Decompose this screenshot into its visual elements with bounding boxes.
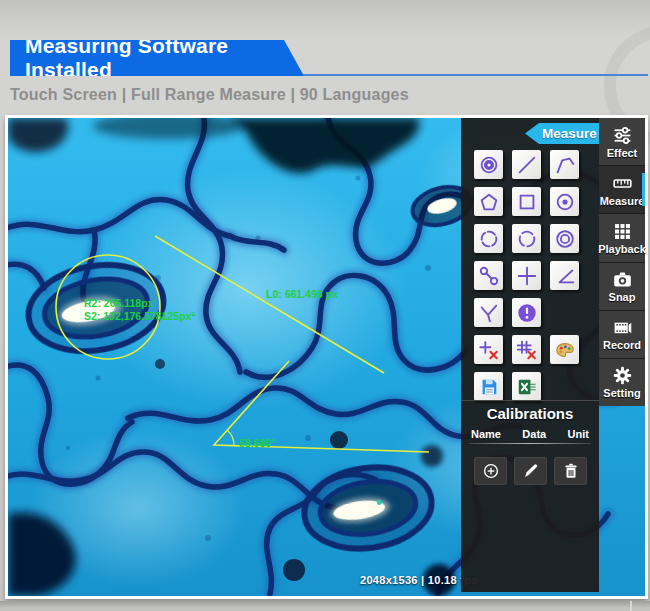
plus-circle-icon <box>482 462 500 480</box>
calibrations-section: Calibrations Name Data Unit <box>461 400 599 485</box>
point-icon <box>478 154 500 176</box>
nav-label-playback: Playback <box>598 243 646 255</box>
measure-tool-panel: Measure Calibrations Name Data Unit <box>461 118 599 592</box>
nav-label-setting: Setting <box>603 387 640 399</box>
nav-label-effect: Effect <box>607 147 638 159</box>
tool-line-button[interactable] <box>512 150 541 179</box>
concentric-circles-icon <box>554 228 576 250</box>
calibration-add-button[interactable] <box>474 457 507 485</box>
two-circles-icon <box>478 265 500 287</box>
nav-label-record: Record <box>603 339 641 351</box>
tool-point-button[interactable] <box>474 150 503 179</box>
film-icon <box>612 317 633 338</box>
grid-icon <box>612 221 633 242</box>
delete-point-icon <box>478 339 500 361</box>
calibrations-col-name: Name <box>471 428 501 440</box>
ruler-icon <box>612 173 633 194</box>
camera-icon <box>612 269 633 290</box>
tool-row <box>474 372 588 401</box>
cross-icon <box>516 265 538 287</box>
tool-row <box>474 298 588 327</box>
line-icon <box>516 154 538 176</box>
tool-row <box>474 224 588 253</box>
calibrations-divider <box>469 443 591 444</box>
measure-panel-tab[interactable]: Measure <box>525 123 599 144</box>
tool-delete-all-button[interactable] <box>512 335 541 364</box>
tool-angle-button[interactable] <box>550 261 579 290</box>
tool-delete-point-button[interactable] <box>474 335 503 364</box>
circle-area-label: S2: 132,176.578125px² <box>84 310 195 322</box>
tool-palette-button[interactable] <box>550 335 579 364</box>
nav-item-measure[interactable]: Measure <box>599 166 645 213</box>
calibrations-col-data: Data <box>522 428 546 440</box>
multiline-angle-icon <box>478 302 500 324</box>
banner-title: Measuring Software Installed <box>25 34 304 82</box>
line-length-label: L0: 661.496 px <box>266 288 338 300</box>
angle-value-label: 58.680° <box>239 437 275 449</box>
circle-radius-label: R2: 205.118px <box>84 297 154 309</box>
measure-tools-grid <box>474 150 588 409</box>
banner: Measuring Software Installed <box>10 40 304 76</box>
polyline-icon <box>554 154 576 176</box>
tool-row <box>474 261 588 290</box>
tool-excel-button[interactable] <box>512 372 541 401</box>
nav-item-effect[interactable]: Effect <box>599 118 645 165</box>
rectangle-icon <box>516 191 538 213</box>
circle-center-icon <box>554 191 576 213</box>
nav-item-playback[interactable]: Playback <box>599 214 645 261</box>
tool-concentric-circles-button[interactable] <box>550 224 579 253</box>
calibrations-actions <box>474 457 599 485</box>
calibrations-title: Calibrations <box>461 405 599 422</box>
calibrations-col-unit: Unit <box>568 428 589 440</box>
calibration-delete-button[interactable] <box>554 457 587 485</box>
tool-multiline-angle-button[interactable] <box>474 298 503 327</box>
tool-two-circles-button[interactable] <box>474 261 503 290</box>
circle-3pt-icon <box>478 228 500 250</box>
subtitle: Touch Screen | Full Range Measure | 90 L… <box>10 86 409 104</box>
tool-circle-3pt-button[interactable] <box>474 224 503 253</box>
calibration-edit-button[interactable] <box>514 457 547 485</box>
table-edge-shadow <box>0 601 650 611</box>
status-readout: 2048x1536 | 10.18 fps <box>360 574 478 586</box>
excel-icon <box>516 376 538 398</box>
nav-label-measure: Measure <box>600 195 645 207</box>
tool-row <box>474 187 588 216</box>
tool-row <box>474 335 588 364</box>
save-icon <box>478 376 500 398</box>
tool-rectangle-button[interactable] <box>512 187 541 216</box>
tool-info-button[interactable] <box>512 298 541 327</box>
calibrations-column-headers: Name Data Unit <box>461 422 599 443</box>
polygon-icon <box>478 191 500 213</box>
tool-circle-2pt-button[interactable] <box>512 224 541 253</box>
side-nav-strip: Effect Measure Playback <box>599 118 645 406</box>
gear-icon <box>612 365 633 386</box>
nav-item-snap[interactable]: Snap <box>599 263 645 310</box>
nav-item-record[interactable]: Record <box>599 311 645 358</box>
sliders-icon <box>612 125 633 146</box>
measure-panel-tab-label: Measure <box>542 126 597 141</box>
tool-save-button[interactable] <box>474 372 503 401</box>
tool-circle-center-button[interactable] <box>550 187 579 216</box>
tool-polyline-button[interactable] <box>550 150 579 179</box>
tool-cross-button[interactable] <box>512 261 541 290</box>
delete-all-icon <box>516 339 538 361</box>
angle-icon <box>554 265 576 287</box>
tool-row <box>474 150 588 179</box>
camera-software-screenshot: R2: 205.118px S2: 132,176.578125px² L0: … <box>5 115 648 599</box>
trash-icon <box>562 462 580 480</box>
palette-icon <box>554 339 576 361</box>
info-icon <box>516 302 538 324</box>
nav-label-snap: Snap <box>609 291 636 303</box>
circle-2pt-icon <box>516 228 538 250</box>
pencil-icon <box>522 462 540 480</box>
tool-polygon-button[interactable] <box>474 187 503 216</box>
nav-item-setting[interactable]: Setting <box>599 359 645 406</box>
